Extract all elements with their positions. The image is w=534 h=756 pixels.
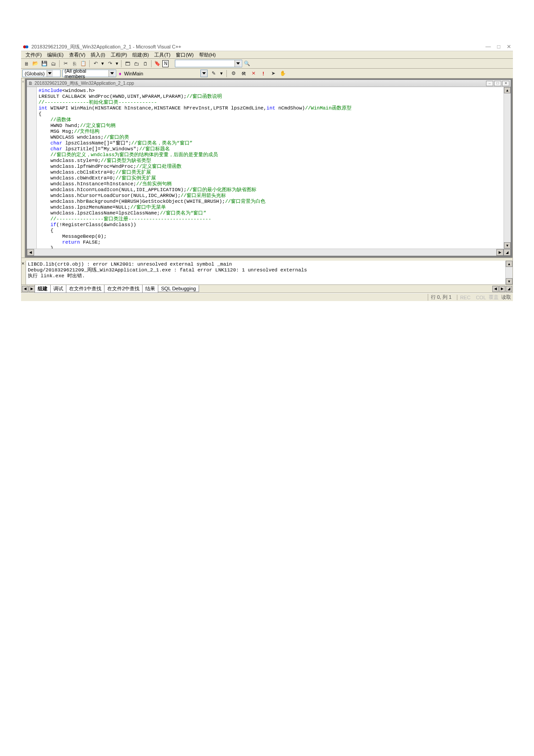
save-all-icon[interactable]: 🗂 xyxy=(49,60,57,68)
open-file-icon[interactable]: 📂 xyxy=(31,60,39,68)
resource-icon[interactable]: 🗀 xyxy=(132,60,140,68)
workspace: × 🗎 2018329621209_周练_Win32Application_2_… xyxy=(21,79,513,258)
separator xyxy=(121,60,122,67)
bookmark-icon[interactable]: 🔖 xyxy=(153,60,161,68)
function-name: WinMain xyxy=(124,71,143,76)
wizard-toolbar: (Globals) (All global members ♦ WinMain … xyxy=(21,69,513,79)
go-icon[interactable]: ➤ xyxy=(269,70,277,78)
compile-icon[interactable]: ⚙ xyxy=(230,70,238,78)
output-tab-find1[interactable]: 在文件1中查找 xyxy=(66,285,104,293)
copy-icon[interactable]: ⎘ xyxy=(70,60,78,68)
scrollbar-track[interactable] xyxy=(34,249,496,256)
output-icon[interactable]: 🗒 xyxy=(141,60,149,68)
execute-icon[interactable]: ! xyxy=(259,70,267,78)
output-handle[interactable]: × xyxy=(22,261,26,284)
scroll-right-button[interactable]: ▶ xyxy=(496,249,504,256)
menu-insert[interactable]: 插入(I) xyxy=(88,52,108,58)
output-scroll-left-button[interactable]: ◀ xyxy=(492,286,499,292)
menu-window[interactable]: 窗口(W) xyxy=(173,52,196,58)
wand-dropdown[interactable]: ▾ xyxy=(219,70,224,76)
app-icon xyxy=(23,44,29,50)
menu-tools[interactable]: 工具(T) xyxy=(152,52,173,58)
menubar: 文件(F) 编辑(E) 查看(V) 插入(I) 工程(P) 组建(B) 工具(T… xyxy=(21,51,513,59)
output-tabs: ◀ ▶ 组建 调试 在文件1中查找 在文件2中查找 结果 SQL Debuggi… xyxy=(22,284,512,293)
scroll-up-button[interactable]: ▲ xyxy=(504,87,511,93)
output-tab-build[interactable]: 组建 xyxy=(35,285,51,293)
find-combo[interactable] xyxy=(175,60,242,67)
doc-close-button[interactable]: ✕ xyxy=(502,81,509,86)
document-title: 2018329621209_周练_Win32Application_2_1.cp… xyxy=(35,80,486,87)
workspace-sidebar-handle[interactable]: × xyxy=(22,79,25,258)
document-titlebar[interactable]: 🗎 2018329621209_周练_Win32Application_2_1.… xyxy=(27,80,511,87)
doc-minimize-button[interactable]: – xyxy=(486,81,493,86)
menu-file[interactable]: 文件(F) xyxy=(23,52,44,58)
workspace-icon[interactable]: 🗔 xyxy=(123,60,131,68)
cut-icon[interactable]: ✂ xyxy=(61,60,69,68)
vertical-scrollbar[interactable]: ▲ ▼ xyxy=(504,87,511,249)
status-cursor-position: 行 0, 列 1 xyxy=(428,294,454,301)
separator xyxy=(151,60,152,67)
separator xyxy=(59,60,60,67)
output-vertical-scrollbar[interactable]: ▲ ▼ xyxy=(505,261,512,284)
stop-build-icon[interactable]: ⨯ xyxy=(249,70,257,78)
separator xyxy=(226,70,227,77)
window-titlebar: 2018329621209_周练_Win32Application_2_1 - … xyxy=(21,43,513,51)
output-tab-sql[interactable]: SQL Debugging xyxy=(158,285,199,292)
tab-scroll-right-button[interactable]: ▶ xyxy=(29,286,35,292)
statusbar: 行 0, 列 1 REC COL 覆盖 读取 xyxy=(21,293,513,301)
svg-point-1 xyxy=(26,45,29,48)
output-pane: × LIBCD.lib(crt0.obj) : error LNK2001: u… xyxy=(21,261,513,293)
window-title: 2018329621209_周练_Win32Application_2_1 - … xyxy=(31,44,486,50)
cpp-file-icon: 🗎 xyxy=(28,81,33,86)
dropdown-arrow-icon[interactable] xyxy=(234,60,241,67)
output-tab-debug[interactable]: 调试 xyxy=(50,285,66,293)
wand-icon[interactable]: ✎ xyxy=(209,70,217,78)
menu-project[interactable]: 工程(P) xyxy=(108,52,130,58)
scroll-up-button[interactable]: ▲ xyxy=(506,261,512,267)
status-rec-indicator: REC xyxy=(457,295,473,300)
menu-help[interactable]: 帮助(H) xyxy=(196,52,218,58)
build-icon[interactable]: 🛠 xyxy=(239,70,247,78)
menu-build[interactable]: 组建(B) xyxy=(130,52,152,58)
scroll-down-button[interactable]: ▼ xyxy=(504,242,511,249)
code-editor[interactable]: #include<windows.h> LRESULT CALLBACK Wnd… xyxy=(37,87,504,249)
close-button[interactable]: ✕ xyxy=(507,44,511,50)
menu-view[interactable]: 查看(V) xyxy=(66,52,88,58)
breakpoint-icon[interactable]: ✋ xyxy=(279,70,287,78)
menu-edit[interactable]: 编辑(E) xyxy=(44,52,66,58)
scope-value: (Globals) xyxy=(25,71,45,76)
minimize-button[interactable]: — xyxy=(486,44,491,50)
new-file-icon[interactable]: 🗎 xyxy=(22,60,30,68)
undo-icon[interactable]: ↶ xyxy=(91,60,100,68)
find-icon[interactable]: 🔍 xyxy=(243,60,251,68)
redo-dropdown[interactable]: ▾ xyxy=(115,61,119,66)
save-icon[interactable]: 💾 xyxy=(40,60,48,68)
output-scroll-right-button[interactable]: ▶ xyxy=(499,286,505,292)
scope-combo[interactable]: (Globals) xyxy=(22,70,61,77)
paste-icon[interactable]: 📋 xyxy=(79,60,87,68)
find-letter-box[interactable]: N xyxy=(162,60,169,67)
tab-scroll-left-button[interactable]: ◀ xyxy=(22,286,28,292)
scroll-down-button[interactable]: ▼ xyxy=(506,278,512,284)
separator xyxy=(89,60,90,67)
size-grip: ◢ xyxy=(504,249,511,256)
horizontal-scrollbar[interactable]: ◀ ▶ ◢ xyxy=(27,249,511,256)
output-tab-results[interactable]: 结果 xyxy=(142,285,158,293)
dropdown-arrow-icon[interactable] xyxy=(109,70,115,77)
redo-icon[interactable]: ↷ xyxy=(106,60,114,68)
scroll-left-button[interactable]: ◀ xyxy=(27,249,34,256)
output-text[interactable]: LIBCD.lib(crt0.obj) : error LNK2001: unr… xyxy=(26,261,505,284)
output-size-grip: ◢ xyxy=(506,286,512,292)
members-combo[interactable]: (All global members xyxy=(62,70,116,77)
action-combo[interactable] xyxy=(200,70,208,77)
status-read-indicator: 读取 xyxy=(501,294,511,301)
editor-area: 🗎 2018329621209_周练_Win32Application_2_1.… xyxy=(25,79,512,258)
undo-dropdown[interactable]: ▾ xyxy=(100,61,105,66)
doc-maximize-button[interactable]: □ xyxy=(494,81,501,86)
output-tab-find2[interactable]: 在文件2中查找 xyxy=(104,285,143,293)
dropdown-arrow-icon[interactable] xyxy=(47,70,53,77)
maximize-button[interactable]: □ xyxy=(497,44,500,50)
dropdown-arrow-icon[interactable] xyxy=(201,70,207,77)
status-col-indicator: COL xyxy=(476,295,486,300)
function-icon: ♦ xyxy=(118,71,122,76)
